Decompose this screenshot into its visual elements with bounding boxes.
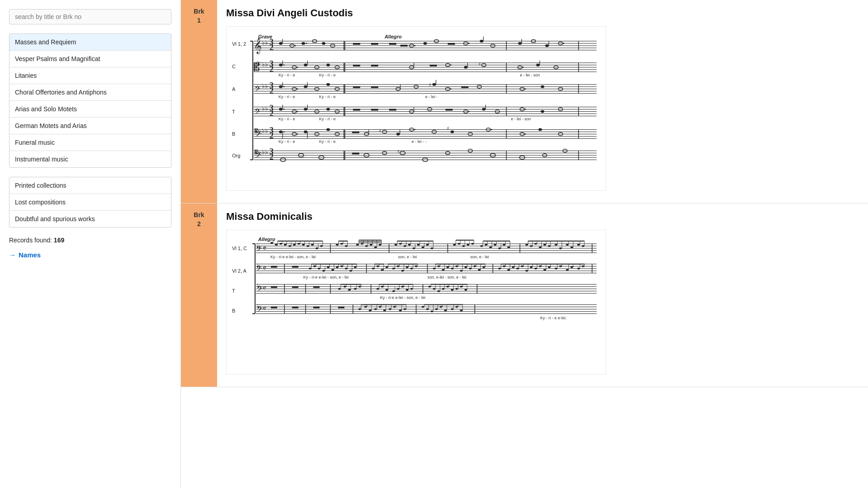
svg-point-517	[534, 268, 537, 270]
svg-point-204	[396, 133, 400, 135]
svg-point-301	[345, 245, 347, 247]
svg-point-587	[406, 289, 408, 291]
svg-rect-239	[352, 152, 359, 154]
svg-point-535	[570, 266, 573, 268]
svg-point-537	[577, 268, 580, 270]
svg-point-19	[322, 42, 326, 45]
svg-text:♭: ♭	[257, 262, 260, 269]
svg-text:e - lei - son: e - lei - son	[520, 73, 540, 77]
svg-text:♭♭: ♭♭	[262, 61, 268, 68]
nav-item-arias[interactable]: Arias and Solo Motets	[9, 101, 171, 118]
brk-badge-1: Brk 1	[181, 0, 217, 203]
search-input[interactable]	[9, 9, 171, 24]
nav-item-masses[interactable]: Masses and Requiem	[9, 34, 171, 51]
svg-point-668	[440, 306, 442, 308]
svg-point-355	[485, 244, 488, 246]
svg-point-192	[304, 130, 308, 133]
svg-point-293	[320, 245, 323, 247]
svg-text:𝄢: 𝄢	[255, 85, 261, 95]
svg-point-58	[283, 64, 285, 66]
svg-rect-112	[353, 86, 360, 88]
svg-rect-414	[292, 266, 299, 268]
nav-item-vesper[interactable]: Vesper Psalms and Magnificat	[9, 51, 171, 67]
svg-point-364	[503, 244, 506, 246]
svg-point-590	[410, 288, 413, 290]
svg-point-61	[297, 66, 298, 68]
work-entry-1: Brk 1 Missa Divi Angeli Custodis Grave A…	[181, 0, 868, 204]
svg-point-580	[392, 290, 395, 292]
svg-text:𝄡: 𝄡	[255, 149, 258, 156]
svg-rect-632	[338, 307, 344, 308]
svg-rect-556	[292, 286, 299, 288]
svg-point-191	[297, 133, 298, 135]
svg-point-329	[413, 247, 415, 249]
svg-point-666	[435, 308, 438, 310]
svg-text:♯: ♯	[447, 126, 449, 131]
svg-rect-554	[271, 286, 277, 288]
nav-item-funeral[interactable]: Funeral music	[9, 134, 171, 151]
svg-point-105	[304, 85, 308, 88]
svg-point-346	[462, 245, 465, 247]
nav-item-doubtful[interactable]: Doubtful and spurious works	[9, 211, 171, 227]
svg-text:A: A	[232, 86, 236, 92]
svg-point-362	[498, 247, 501, 249]
svg-point-420	[318, 268, 321, 270]
svg-point-187	[279, 130, 283, 133]
svg-text:Allegro: Allegro	[384, 34, 402, 39]
svg-point-578	[385, 289, 388, 291]
svg-point-603	[446, 286, 449, 288]
nav-item-lost[interactable]: Lost compositions	[9, 194, 171, 211]
svg-text:♯: ♯	[479, 62, 481, 66]
nav-item-german[interactable]: German Motets and Arias	[9, 118, 171, 134]
svg-point-331	[417, 244, 420, 246]
svg-point-275	[289, 245, 291, 247]
svg-point-216	[525, 133, 526, 135]
nav-group-collections: Printed collections Lost compositions Do…	[9, 177, 171, 227]
nav-item-printed[interactable]: Printed collections	[9, 177, 171, 194]
svg-rect-630	[313, 307, 320, 308]
svg-rect-45	[400, 45, 408, 47]
svg-point-422	[323, 270, 325, 272]
names-link[interactable]: → Names	[9, 251, 171, 259]
svg-text:♭: ♭	[257, 243, 260, 250]
svg-point-151	[326, 108, 330, 111]
svg-point-460	[406, 266, 408, 268]
nav-item-instrumental[interactable]: Instrumental music	[9, 151, 171, 167]
svg-point-653	[399, 310, 402, 312]
svg-point-188	[283, 131, 285, 133]
svg-point-678	[460, 310, 463, 312]
svg-point-490	[474, 265, 476, 267]
svg-point-335	[426, 244, 429, 246]
svg-text:Ky - ri - e: Ky - ri - e	[279, 73, 295, 77]
svg-text:Ky - ri - e: Ky - ri - e	[319, 117, 336, 122]
svg-text:2: 2	[270, 152, 274, 161]
svg-point-389	[566, 244, 569, 246]
svg-text:♭♭: ♭♭	[262, 83, 268, 90]
svg-point-540	[582, 265, 584, 267]
svg-rect-73	[430, 65, 437, 66]
records-found: Records found: 169	[9, 237, 171, 244]
svg-point-367	[507, 246, 510, 248]
svg-text:𝄢: 𝄢	[255, 60, 261, 70]
svg-point-560	[338, 288, 341, 290]
svg-text:Ky - ri - e: Ky - ri - e	[279, 117, 295, 122]
svg-point-118	[432, 83, 436, 86]
svg-text:Ky - ri - e: Ky - ri - e	[319, 95, 336, 99]
nav-item-choral[interactable]: Choral Offertories and Antiphons	[9, 84, 171, 101]
svg-rect-70	[371, 65, 378, 66]
svg-text:Ky - ri - e e-lei.: Ky - ri - e e-lei.	[540, 316, 566, 320]
svg-point-448	[381, 269, 384, 271]
svg-point-593	[428, 286, 431, 288]
nav-group-main: Masses and Requiem Vesper Psalms and Mag…	[9, 33, 171, 168]
nav-item-litanies[interactable]: Litanies	[9, 67, 171, 84]
svg-text:2: 2	[270, 131, 274, 140]
svg-text:Ky - ri-e e-lei - son, e - lei: Ky - ri-e e-lei - son, e - lei	[380, 295, 425, 300]
svg-point-40	[545, 44, 549, 47]
svg-point-510	[521, 265, 523, 267]
svg-text:B: B	[232, 308, 235, 313]
svg-rect-626	[271, 307, 277, 308]
svg-point-379	[543, 244, 546, 246]
svg-point-273	[284, 244, 287, 246]
svg-point-28	[423, 42, 427, 45]
svg-point-268	[275, 244, 278, 246]
